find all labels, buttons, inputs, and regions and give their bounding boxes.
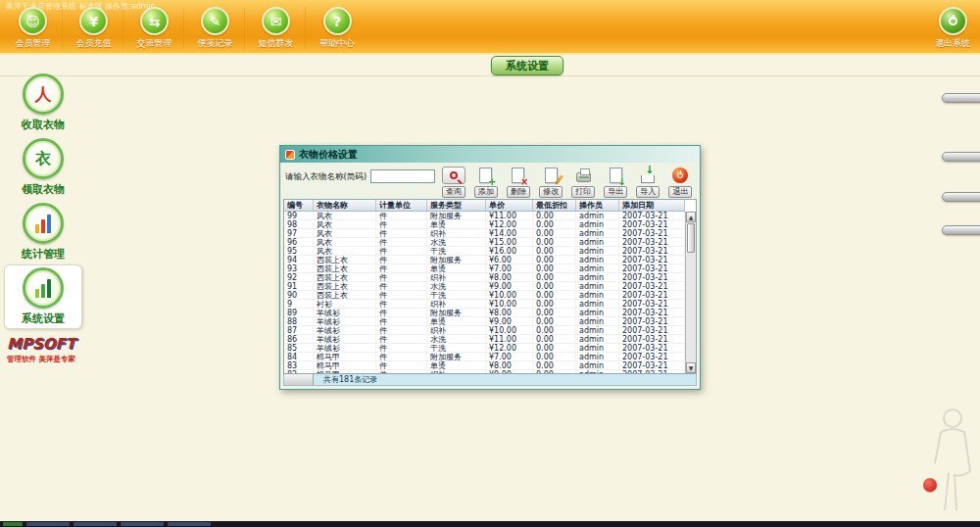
table-row[interactable]: 90 西装上衣 件 干洗 ¥10.00 0.00 admin 2007-03-2…: [284, 291, 685, 300]
cell-clothing-name: 羊绒衫: [314, 309, 376, 316]
table-row[interactable]: 86 羊绒衫 件 水洗 ¥11.00 0.00 admin 2007-03-21: [284, 335, 685, 344]
cell-clothing-name: 棉马甲: [314, 370, 376, 373]
table-row[interactable]: 84 棉马甲 件 附加服务 ¥7.00 0.00 admin 2007-03-2…: [284, 353, 685, 361]
edit-button[interactable]: 修改: [536, 167, 564, 198]
table-row[interactable]: 98 风衣 件 单烫 ¥12.00 0.00 admin 2007-03-21: [284, 220, 685, 229]
cell-min-discount: 0.00: [533, 309, 576, 316]
dialog-titlebar[interactable]: 衣物价格设置: [280, 146, 700, 163]
delete-button[interactable]: × 删除: [504, 167, 532, 198]
cell-service-type: 织补: [427, 300, 486, 308]
cell-number: 82: [284, 370, 314, 373]
cell-price: ¥10.00: [486, 326, 533, 334]
cell-clothing-name: 羊绒衫: [314, 335, 376, 343]
print-button[interactable]: 打印: [569, 167, 598, 198]
cell-unit: 件: [376, 282, 427, 290]
column-header[interactable]: 衣物名称: [314, 200, 376, 211]
query-button[interactable]: 查询: [439, 167, 467, 198]
cell-service-type: 单烫: [427, 264, 486, 272]
column-header[interactable]: 操作员: [576, 200, 619, 211]
sidebar-item-collect-clothes[interactable]: 衣 领取衣物: [4, 135, 82, 200]
tab-system-settings[interactable]: 系统设置: [491, 56, 564, 75]
cell-operator: admin: [576, 212, 619, 219]
table-row[interactable]: 94 西装上衣 件 附加服务 ¥6.00 0.00 admin 2007-03-…: [284, 256, 685, 264]
scrollbar-thumb[interactable]: [687, 223, 695, 253]
table-row[interactable]: 92 西装上衣 件 织补 ¥8.00 0.00 admin 2007-03-21: [284, 273, 685, 282]
table-row[interactable]: 91 西装上衣 件 水洗 ¥9.00 0.00 admin 2007-03-21: [284, 282, 685, 291]
cell-min-discount: 0.00: [533, 220, 576, 228]
header-divider: [0, 75, 980, 76]
table-row[interactable]: 87 羊绒衫 件 织补 ¥10.00 0.00 admin 2007-03-21: [284, 326, 685, 335]
table-row[interactable]: 99 风衣 件 附加服务 ¥11.00 0.00 admin 2007-03-2…: [284, 212, 685, 220]
table-row[interactable]: 97 风衣 件 织补 ¥14.00 0.00 admin 2007-03-21: [284, 229, 685, 238]
toolbar-item-notes[interactable]: ✎ 便笺记录: [192, 7, 245, 50]
table-row[interactable]: 88 羊绒衫 件 单烫 ¥9.00 0.00 admin 2007-03-21: [284, 317, 685, 326]
import-icon: ↓: [641, 175, 655, 183]
column-header[interactable]: 最低折扣: [533, 200, 576, 211]
scroll-up-arrow-icon[interactable]: ▲: [686, 212, 696, 222]
sidebar-item-receive-clothes[interactable]: 人 收取衣物: [4, 71, 82, 135]
column-header[interactable]: 服务类型: [427, 200, 486, 211]
scroll-down-arrow-icon[interactable]: ▼: [686, 362, 696, 373]
cell-unit: 件: [376, 247, 427, 255]
sidebar-item-system-settings[interactable]: 系统设置: [4, 264, 82, 329]
cell-price: ¥14.00: [486, 229, 533, 237]
toolbar-item-member-recharge[interactable]: ¥ 会员充值: [71, 7, 123, 50]
member-icon: ☺: [19, 7, 47, 35]
column-header[interactable]: 计量单位: [376, 200, 427, 211]
cell-min-discount: 0.00: [533, 229, 576, 237]
header-bar: 美萍干洗店管理系统 标准版 操作员:admin ☺ 会员管理 ¥ 会员充值 ⇆ …: [0, 0, 980, 55]
taskbar[interactable]: [0, 521, 980, 527]
exit-system-button[interactable]: 退出系统: [935, 7, 970, 50]
exit-system-label: 退出系统: [935, 37, 970, 50]
cell-operator: admin: [576, 273, 619, 281]
export-icon: ↓: [610, 168, 622, 183]
export-button[interactable]: ↓ 导出: [602, 167, 630, 198]
close-button[interactable]: 退出: [666, 167, 695, 198]
cell-add-date: 2007-03-21: [619, 256, 685, 264]
table-row[interactable]: 95 风衣 件 干洗 ¥16.00 0.00 admin 2007-03-21: [284, 247, 685, 256]
delete-icon: ×: [512, 168, 524, 183]
toolbar-item-sms[interactable]: ✉ 短信群发: [253, 7, 306, 50]
table-body: 99 风衣 件 附加服务 ¥11.00 0.00 admin 2007-03-2…: [284, 212, 685, 373]
sidebar-item-label: 统计管理: [22, 247, 65, 262]
cell-unit: 件: [376, 344, 427, 352]
search-input[interactable]: [370, 169, 435, 183]
table-row[interactable]: 93 西装上衣 件 单烫 ¥7.00 0.00 admin 2007-03-21: [284, 264, 685, 273]
column-header[interactable]: 添加日期: [619, 200, 685, 211]
taskbar-item: [26, 522, 70, 526]
toolbar-item-member-management[interactable]: ☺ 会员管理: [10, 7, 63, 50]
brand-tagline: 管理软件 美萍是专家: [7, 355, 89, 364]
table-row[interactable]: 89 羊绒衫 件 附加服务 ¥8.00 0.00 admin 2007-03-2…: [284, 309, 685, 317]
app-window: 美萍干洗店管理系统 标准版 操作员:admin ☺ 会员管理 ¥ 会员充值 ⇆ …: [0, 0, 980, 527]
sidebar-item-statistics[interactable]: 统计管理: [4, 200, 82, 264]
cell-number: 85: [284, 344, 314, 352]
table-row[interactable]: 96 风衣 件 水洗 ¥15.00 0.00 admin 2007-03-21: [284, 238, 685, 247]
watermark-figure: [911, 403, 980, 519]
add-button[interactable]: + 添加: [471, 167, 500, 198]
table-row[interactable]: 9 衬衫 件 织补 ¥10.00 0.00 admin 2007-03-21: [284, 300, 685, 309]
cell-operator: admin: [576, 326, 619, 334]
table-row[interactable]: 82 棉马甲 件 织补 ¥9.00 0.00 admin 2007-03-21: [284, 370, 685, 373]
cell-add-date: 2007-03-21: [619, 326, 685, 334]
cell-clothing-name: 羊绒衫: [314, 317, 376, 325]
cell-add-date: 2007-03-21: [619, 353, 685, 360]
cell-unit: 件: [376, 238, 427, 246]
toolbar-item-label: 交班管理: [137, 37, 172, 50]
column-header[interactable]: 单价: [486, 200, 533, 211]
cell-number: 91: [284, 282, 314, 290]
column-header[interactable]: 编号: [284, 200, 314, 211]
toolbar-item-shift-management[interactable]: ⇆ 交班管理: [131, 7, 184, 50]
cell-service-type: 水洗: [427, 335, 486, 343]
table-row[interactable]: 83 棉马甲 件 单烫 ¥8.00 0.00 admin 2007-03-21: [284, 361, 685, 370]
cell-add-date: 2007-03-21: [619, 309, 685, 316]
vertical-scrollbar[interactable]: ▲ ▼: [685, 212, 696, 373]
table-row[interactable]: 85 羊绒衫 件 干洗 ¥12.00 0.00 admin 2007-03-21: [284, 344, 685, 353]
button-label: 打印: [571, 186, 595, 198]
cell-price: ¥10.00: [486, 300, 533, 308]
cell-unit: 件: [376, 212, 427, 219]
taskbar-item: [3, 522, 23, 526]
toolbar-item-help-center[interactable]: ? 帮助中心: [314, 7, 367, 50]
search-icon: [442, 167, 466, 184]
cell-add-date: 2007-03-21: [619, 335, 685, 343]
import-button[interactable]: ↓ 导入: [634, 167, 662, 198]
